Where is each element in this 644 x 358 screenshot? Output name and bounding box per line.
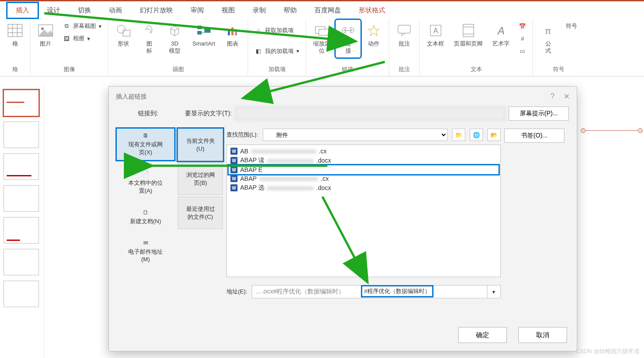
ribbon: 格 格 图片 ⧉屏幕截图 ▾ 🖼相册 ▾ 图像 形状 图 标 3D 模型 Sma… [0, 19, 644, 76]
slide-thumb-1[interactable] [4, 90, 39, 116]
shapes-button[interactable]: 形状 [112, 21, 135, 49]
tab-view[interactable]: 视图 [213, 3, 244, 18]
equation-icon: π [540, 23, 556, 38]
file-item-3[interactable]: WABAPxxxxxxxxxxxxxxxxxxx.cx [229, 174, 498, 183]
up-folder-icon: 📁 [455, 132, 462, 138]
close-icon[interactable]: ✕ [564, 92, 570, 101]
my-addin-button[interactable]: ◧我的加载项 ▾ [252, 46, 302, 57]
svg-rect-21 [463, 24, 474, 37]
table-button[interactable]: 格 [4, 21, 27, 49]
svg-text:A: A [497, 25, 505, 37]
svg-rect-14 [235, 29, 237, 35]
display-text-input[interactable] [235, 107, 505, 120]
tab-slideshow[interactable]: 幻灯片放映 [131, 3, 182, 18]
ok-button[interactable]: 确定 [458, 327, 507, 343]
scope-current-folder[interactable]: 当前文件夹 (U) [178, 129, 223, 161]
slide-thumb-7[interactable] [4, 281, 39, 307]
up-folder-button[interactable]: 📁 [452, 129, 465, 141]
slide-thumb-4[interactable] [4, 185, 39, 212]
slide-thumb-5[interactable] [4, 217, 39, 244]
textbox-icon: A [428, 23, 444, 38]
object-icon: ▭ [518, 47, 526, 55]
equation-button[interactable]: π公 式 [537, 21, 560, 57]
file-list[interactable]: WABxxxxxxxxxxxxxxxxxxxxx.cx WABAP 读xxxxx… [226, 145, 501, 277]
slide-thumb-2[interactable] [4, 122, 39, 148]
look-in-select[interactable]: 附件 [263, 129, 448, 141]
slide-thumb-3[interactable] [4, 153, 39, 180]
scope-recent-files[interactable]: 最近使用过 的文件(C) [178, 197, 223, 229]
look-in-label: 查找范围(L): [226, 131, 258, 139]
group-label-image: 图像 [64, 64, 75, 76]
screentip-button[interactable]: 屏幕提示(P)... [509, 107, 569, 121]
tab-record[interactable]: 录制 [244, 3, 275, 18]
file-item-1[interactable]: WABAP 读xxxxxxxxxxxxxxx.docx [229, 156, 498, 165]
tab-animate[interactable]: 动画 [100, 3, 131, 18]
tab-review[interactable]: 审阅 [182, 3, 213, 18]
smartart-button[interactable]: SmartArt [189, 21, 218, 49]
address-suffix-highlight: #程序优化（数据编辑时） [362, 286, 432, 296]
3d-model-button[interactable]: 3D 模型 [163, 21, 186, 57]
symbol-button[interactable]: 符号 [562, 21, 581, 31]
datetime-icon: 📅 [518, 22, 526, 30]
link-button[interactable]: 链 接 [337, 21, 360, 57]
open-folder-icon: 📂 [491, 132, 498, 138]
wordart-icon: A [493, 23, 509, 38]
help-icon[interactable]: ? [551, 92, 555, 101]
tab-shape-format[interactable]: 形状格式 [350, 3, 394, 18]
textbox-button[interactable]: A文本框 [423, 21, 448, 49]
album-button[interactable]: 🖼相册 ▾ [60, 33, 104, 44]
zoom-icon [314, 23, 330, 38]
address-dropdown[interactable]: ▾ [487, 286, 500, 298]
slide-thumb-6[interactable] [4, 249, 39, 275]
email-icon: ✉ [143, 240, 148, 246]
header-footer-button[interactable]: 页眉和页脚 [450, 21, 486, 49]
linkto-existing-file[interactable]: 🗎现有文件或网 页(X) [117, 129, 174, 160]
address-label: 地址(E): [226, 288, 247, 296]
tab-transition[interactable]: 切换 [69, 3, 100, 18]
connector-handle[interactable] [583, 130, 640, 131]
comment-button[interactable]: 批注 [393, 21, 416, 49]
chart-button[interactable]: 图表 [221, 21, 244, 49]
object-button[interactable]: ▭ [516, 46, 529, 56]
image-button[interactable]: 图片 [34, 21, 57, 49]
word-icon: W [230, 157, 238, 164]
linkto-new-document[interactable]: 🗋新建文档(N) [117, 206, 174, 229]
insert-hyperlink-dialog: 插入超链接 ? ✕ 链接到:要显示的文字(T): 屏幕提示(P)... 🗎现有文… [108, 86, 577, 351]
group-label-link: 链接 [342, 64, 353, 76]
group-label-symbol: 符号 [553, 64, 564, 76]
bookmark-button[interactable]: 书签(O)... [504, 129, 564, 143]
tab-netdisk[interactable]: 百度网盘 [306, 3, 350, 18]
slidenum-button[interactable]: # [516, 33, 529, 44]
file-item-0[interactable]: WABxxxxxxxxxxxxxxxxxxxxx.cx [229, 147, 498, 156]
action-button[interactable]: 动作 [362, 21, 385, 49]
get-addin-button[interactable]: ⌂获取加载项 [252, 25, 302, 36]
browse-file-button[interactable]: 📂 [487, 129, 501, 141]
word-icon: W [230, 184, 238, 191]
tab-design[interactable]: 设计 [38, 3, 69, 18]
linkto-email[interactable]: ✉电子邮件地址 (M) [117, 236, 174, 266]
zoom-button[interactable]: 缩放定 位 [310, 21, 334, 57]
datetime-button[interactable]: 📅 [516, 21, 529, 31]
globe-icon: 🌐 [473, 132, 480, 138]
svg-text:π: π [545, 26, 551, 36]
wordart-button[interactable]: A艺术字 [489, 21, 513, 49]
display-text-label: 要显示的文字(T): [185, 110, 232, 117]
scope-browsed-pages[interactable]: 浏览过的网 页(B) [178, 163, 223, 195]
star-icon [366, 23, 382, 38]
addin-icon: ◧ [254, 47, 262, 55]
browse-web-button[interactable]: 🌐 [470, 129, 483, 141]
slide-canvas: 插入超链接 ? ✕ 链接到:要显示的文字(T): 屏幕提示(P)... 🗎现有文… [44, 86, 644, 358]
cancel-button[interactable]: 取消 [518, 327, 567, 343]
icons-button[interactable]: 图 标 [138, 21, 161, 57]
group-label-text: 文本 [471, 64, 482, 76]
file-item-2[interactable]: WABAP E [229, 165, 498, 174]
svg-rect-13 [231, 27, 234, 35]
tab-insert[interactable]: 插入 [7, 3, 38, 18]
linkto-place-in-doc[interactable]: 📄本文档中的位 置(A) [117, 167, 174, 198]
screenshot-button[interactable]: ⧉屏幕截图 ▾ [60, 21, 104, 31]
newdoc-icon: 🗋 [143, 209, 149, 216]
file-item-4[interactable]: WABAP 选xxxxxxxxxxxxxxx.docx [229, 183, 498, 193]
tab-help[interactable]: 帮助 [275, 3, 306, 18]
dialog-title: 插入超链接 [116, 93, 147, 101]
slidenum-icon: # [518, 34, 526, 42]
